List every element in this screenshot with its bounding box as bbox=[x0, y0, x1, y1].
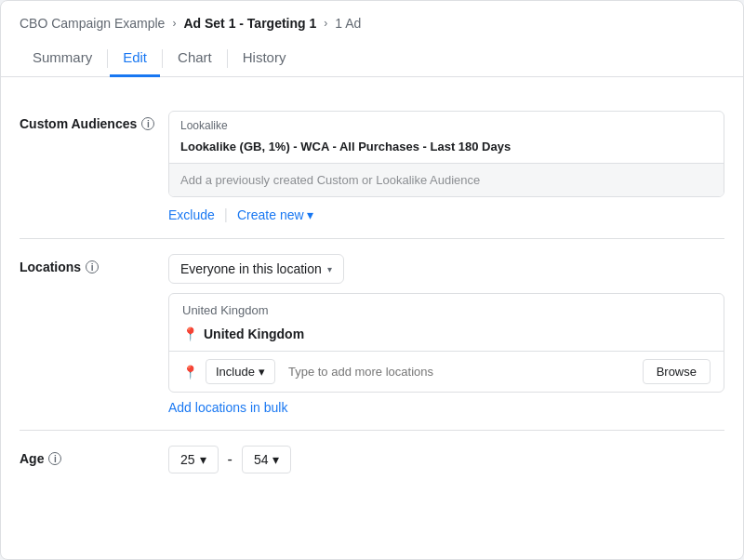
location-pin-icon: 📍 bbox=[182, 327, 198, 341]
locations-info-icon[interactable]: i bbox=[86, 260, 99, 273]
age-section: Age i 25 ▾ - 54 ▾ bbox=[20, 431, 724, 488]
location-selected-value: United Kingdom bbox=[204, 327, 304, 341]
location-search-label: United Kingdom bbox=[169, 294, 724, 321]
breadcrumb-ads: 1 Ad bbox=[335, 16, 361, 31]
age-info-icon[interactable]: i bbox=[48, 452, 61, 465]
age-label: Age i bbox=[20, 446, 168, 466]
custom-audiences-input-col: Lookalike Lookalike (GB, 1%) - WCA - All… bbox=[168, 111, 724, 223]
location-box: United Kingdom 📍 United Kingdom 📍 Includ… bbox=[168, 293, 724, 393]
location-type-input[interactable] bbox=[283, 361, 635, 382]
action-pipe-separator: | bbox=[224, 207, 228, 223]
audience-input-placeholder[interactable]: Add a previously created Custom or Looka… bbox=[169, 163, 724, 196]
age-dash: - bbox=[228, 451, 232, 468]
location-include-row: 📍 Include ▾ Browse bbox=[169, 351, 724, 392]
age-max-chevron-icon: ▾ bbox=[272, 452, 279, 467]
custom-audiences-info-icon[interactable]: i bbox=[141, 117, 154, 130]
locations-input-col: Everyone in this location ▾ United Kingd… bbox=[168, 254, 724, 415]
breadcrumb-adset: Ad Set 1 - Targeting 1 bbox=[183, 16, 316, 31]
tab-divider-1 bbox=[107, 49, 108, 68]
age-input-col: 25 ▾ - 54 ▾ bbox=[168, 446, 724, 473]
tab-edit[interactable]: Edit bbox=[110, 40, 160, 77]
audience-selected-value: Lookalike (GB, 1%) - WCA - All Purchases… bbox=[169, 136, 724, 163]
everyone-in-location-dropdown[interactable]: Everyone in this location ▾ bbox=[168, 254, 344, 284]
location-dropdown-arrow-icon: ▾ bbox=[327, 264, 332, 274]
add-locations-bulk-link[interactable]: Add locations in bulk bbox=[168, 400, 287, 415]
age-max-value: 54 bbox=[254, 452, 269, 467]
location-selected-row: 📍 United Kingdom bbox=[169, 321, 724, 351]
tab-divider-2 bbox=[162, 49, 163, 68]
tab-divider-3 bbox=[227, 49, 228, 68]
age-min-dropdown[interactable]: 25 ▾ bbox=[168, 446, 219, 473]
tabs-container: Summary Edit Chart History bbox=[1, 40, 743, 77]
age-row: 25 ▾ - 54 ▾ bbox=[168, 446, 724, 473]
main-content: Custom Audiences i Lookalike Lookalike (… bbox=[1, 77, 743, 507]
exclude-link[interactable]: Exclude bbox=[168, 207, 215, 222]
audience-actions: Exclude | Create new ▾ bbox=[168, 197, 724, 223]
audience-type-label: Lookalike bbox=[169, 112, 724, 136]
browse-button[interactable]: Browse bbox=[643, 359, 711, 384]
locations-section: Locations i Everyone in this location ▾ … bbox=[20, 239, 724, 431]
breadcrumb: CBO Campaign Example › Ad Set 1 - Target… bbox=[1, 1, 743, 40]
include-dropdown-btn[interactable]: Include ▾ bbox=[206, 359, 275, 384]
tab-chart[interactable]: Chart bbox=[165, 40, 225, 77]
breadcrumb-chevron-1: › bbox=[172, 17, 176, 30]
age-max-dropdown[interactable]: 54 ▾ bbox=[242, 446, 292, 473]
breadcrumb-chevron-2: › bbox=[324, 17, 327, 30]
tab-summary[interactable]: Summary bbox=[20, 40, 105, 77]
create-new-chevron-icon: ▾ bbox=[307, 207, 313, 222]
create-new-link[interactable]: Create new ▾ bbox=[237, 207, 313, 222]
tab-history[interactable]: History bbox=[230, 40, 299, 77]
main-container: CBO Campaign Example › Ad Set 1 - Target… bbox=[0, 0, 744, 560]
include-chevron-icon: ▾ bbox=[259, 365, 265, 379]
custom-audiences-label: Custom Audiences i bbox=[20, 111, 168, 131]
custom-audiences-section: Custom Audiences i Lookalike Lookalike (… bbox=[20, 96, 724, 239]
include-pin-icon: 📍 bbox=[182, 365, 198, 380]
breadcrumb-campaign: CBO Campaign Example bbox=[20, 16, 165, 31]
age-min-value: 25 bbox=[180, 452, 195, 467]
audience-box: Lookalike Lookalike (GB, 1%) - WCA - All… bbox=[168, 111, 724, 197]
age-min-chevron-icon: ▾ bbox=[200, 452, 206, 467]
locations-label: Locations i bbox=[20, 254, 168, 274]
